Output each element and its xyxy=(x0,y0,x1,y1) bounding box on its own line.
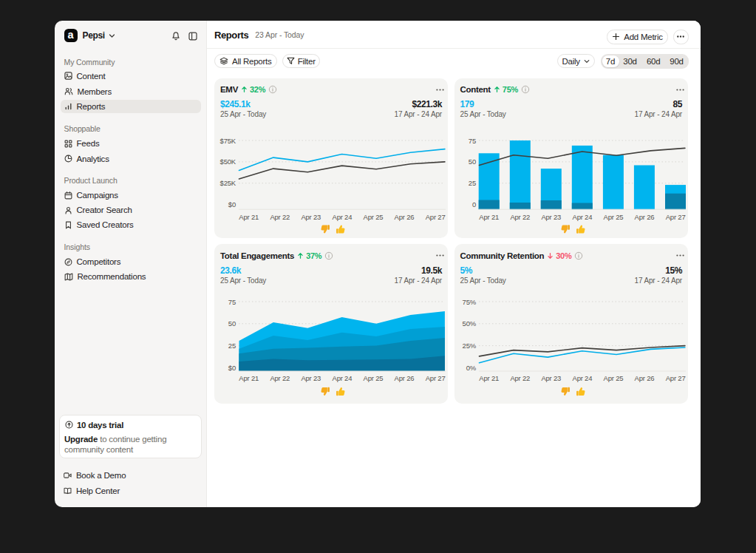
svg-text:Apr 23: Apr 23 xyxy=(541,374,561,382)
svg-text:Apr 21: Apr 21 xyxy=(479,212,499,220)
svg-text:Apr 23: Apr 23 xyxy=(301,374,321,382)
svg-text:Apr 25: Apr 25 xyxy=(364,212,384,220)
svg-text:Apr 21: Apr 21 xyxy=(479,374,499,382)
svg-text:Apr 27: Apr 27 xyxy=(426,374,446,382)
svg-text:$0: $0 xyxy=(228,364,236,372)
svg-text:0%: 0% xyxy=(466,364,476,372)
svg-text:$75K: $75K xyxy=(220,136,236,144)
svg-text:Apr 25: Apr 25 xyxy=(603,374,623,382)
svg-text:Apr 25: Apr 25 xyxy=(603,212,623,220)
svg-text:Apr 25: Apr 25 xyxy=(364,374,384,382)
svg-text:Apr 22: Apr 22 xyxy=(270,212,290,220)
svg-text:75: 75 xyxy=(228,298,236,306)
svg-text:50%: 50% xyxy=(462,319,476,328)
svg-text:25%: 25% xyxy=(462,342,476,350)
svg-text:$50K: $50K xyxy=(220,157,236,166)
svg-text:Apr 24: Apr 24 xyxy=(572,374,592,382)
svg-text:Apr 21: Apr 21 xyxy=(239,374,259,382)
svg-text:Apr 26: Apr 26 xyxy=(395,212,415,220)
svg-text:Apr 27: Apr 27 xyxy=(426,212,446,220)
svg-text:25: 25 xyxy=(228,342,236,350)
svg-text:Apr 26: Apr 26 xyxy=(634,374,654,382)
svg-text:Apr 23: Apr 23 xyxy=(301,212,321,220)
svg-text:50: 50 xyxy=(228,319,236,328)
svg-text:75: 75 xyxy=(468,136,475,144)
svg-text:Apr 24: Apr 24 xyxy=(572,212,592,220)
svg-text:Apr 22: Apr 22 xyxy=(510,374,530,382)
svg-text:Apr 23: Apr 23 xyxy=(541,212,561,220)
svg-text:50: 50 xyxy=(468,157,475,166)
svg-text:Apr 21: Apr 21 xyxy=(239,212,259,220)
svg-text:0: 0 xyxy=(471,200,475,208)
svg-text:Apr 26: Apr 26 xyxy=(395,374,415,382)
svg-text:Apr 22: Apr 22 xyxy=(510,212,530,220)
svg-text:Apr 26: Apr 26 xyxy=(634,212,654,220)
svg-text:$0: $0 xyxy=(228,200,236,208)
svg-text:75%: 75% xyxy=(462,298,476,306)
svg-text:Apr 24: Apr 24 xyxy=(333,374,353,382)
svg-text:Apr 27: Apr 27 xyxy=(665,212,685,220)
svg-text:25: 25 xyxy=(468,179,475,187)
svg-text:Apr 24: Apr 24 xyxy=(333,212,353,220)
svg-text:Apr 22: Apr 22 xyxy=(270,374,290,382)
svg-text:$25K: $25K xyxy=(220,179,236,187)
svg-text:Apr 27: Apr 27 xyxy=(665,374,685,382)
